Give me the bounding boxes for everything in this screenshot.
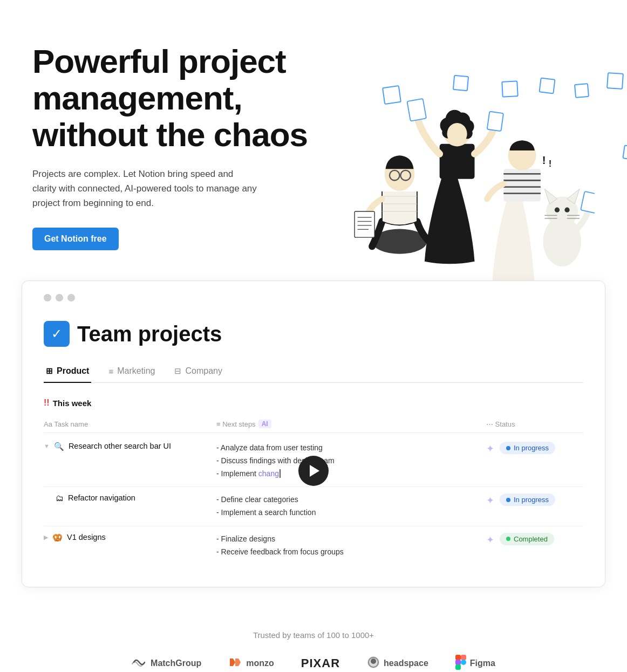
status-header-label: ⋯ Status — [486, 420, 515, 428]
headspace-icon — [367, 656, 380, 671]
svg-rect-14 — [407, 99, 426, 121]
play-button[interactable] — [298, 456, 329, 486]
col-status-header: ⋯ Status — [486, 420, 583, 428]
task-name-3: ▶ 🥨 V1 designs — [44, 533, 216, 543]
tab-marketing-label: Marketing — [117, 366, 155, 376]
tab-marketing[interactable]: ≡ Marketing — [106, 362, 157, 382]
taskname-header-label: Aa Task name — [44, 420, 88, 428]
pixar-label: PIXAR — [301, 656, 340, 670]
status-badge-1: In progress — [500, 442, 555, 454]
tab-product-label: Product — [57, 366, 89, 376]
col-nextsteps-header: ≡ Next steps AI — [216, 420, 486, 428]
svg-rect-8 — [355, 211, 374, 237]
svg-point-52 — [461, 660, 466, 665]
logo-monzo: monzo — [228, 656, 274, 670]
window-dot-yellow — [56, 294, 63, 301]
status-dot-2 — [506, 498, 510, 502]
col-taskname-header: Aa Task name — [44, 420, 216, 428]
ai-badge: AI — [258, 420, 271, 428]
float-square-6 — [606, 72, 624, 90]
svg-rect-51 — [455, 664, 461, 670]
warning-icon: !! — [44, 398, 50, 408]
cursor-1 — [280, 469, 283, 478]
svg-marker-44 — [235, 659, 241, 666]
headspace-label: headspace — [384, 659, 428, 668]
hero-title: Powerful project management, without the… — [32, 43, 335, 154]
status-badge-3: Completed — [500, 533, 554, 545]
ai-sparkle-1: ✦ — [486, 443, 494, 455]
hero-subtitle: Projects are complex. Let Notion bring s… — [32, 167, 259, 211]
task-name-2: 🗂 Refactor navigation — [44, 493, 216, 503]
section-label: This week — [53, 399, 92, 408]
expand-icon-1[interactable]: ▼ — [44, 443, 50, 449]
float-square-8 — [622, 145, 627, 160]
tab-company-icon: ⊟ — [174, 366, 181, 376]
status-label-3: Completed — [514, 535, 548, 543]
task-emoji-1: 🔍 — [54, 442, 64, 451]
logo-row: MatchGroup monzo PIXAR — [32, 655, 595, 672]
matchgroup-icon — [132, 656, 147, 670]
status-label-1: In progress — [514, 444, 549, 452]
task-status-1: ✦ In progress — [486, 442, 583, 455]
svg-rect-36 — [581, 191, 595, 213]
window-dot-red — [44, 294, 51, 301]
status-badge-2: In progress — [500, 493, 555, 506]
project-icon: ✓ — [44, 321, 70, 347]
svg-text:!: ! — [549, 159, 552, 169]
app-window: ✓ Team projects ⊞ Product ≡ Marketing ⊟ … — [22, 280, 605, 587]
status-dot-1 — [506, 446, 510, 450]
expand-icon-3[interactable]: ▶ — [44, 534, 48, 541]
tab-product-icon: ⊞ — [46, 366, 53, 376]
svg-rect-15 — [487, 112, 503, 132]
tabs-bar: ⊞ Product ≡ Marketing ⊟ Company — [44, 362, 583, 383]
task-emoji-3: 🥨 — [52, 533, 63, 543]
matchgroup-label: MatchGroup — [151, 659, 201, 668]
highlight-text-1: chang — [258, 469, 279, 478]
svg-rect-13 — [440, 144, 475, 179]
table-row: 🗂 Refactor navigation - Define clear cat… — [44, 487, 583, 526]
ai-sparkle-2: ✦ — [486, 495, 494, 506]
svg-point-46 — [371, 659, 376, 664]
svg-rect-49 — [461, 655, 466, 660]
svg-rect-50 — [455, 660, 461, 665]
cta-button[interactable]: Get Notion free — [32, 228, 119, 250]
logo-figma: Figma — [455, 655, 495, 672]
monzo-icon — [228, 656, 242, 670]
task-label-1: Research other search bar UI — [69, 442, 171, 450]
section-header: !! This week — [44, 398, 583, 408]
tab-marketing-icon: ≡ — [108, 367, 113, 376]
task-steps-2: - Define clear categories - Implement a … — [216, 493, 486, 519]
nextsteps-header-label: ≡ Next steps — [216, 420, 256, 428]
figma-icon — [455, 655, 466, 672]
monzo-label: monzo — [246, 659, 274, 668]
logo-matchgroup: MatchGroup — [132, 656, 201, 670]
logo-headspace: headspace — [367, 656, 428, 671]
task-label-3: V1 designs — [67, 533, 106, 541]
task-name-1: ▼ 🔍 Research other search bar UI — [44, 442, 216, 451]
trusted-section: Trusted by teams of 100 to 1000+ MatchGr… — [0, 609, 627, 672]
ai-sparkle-3: ✦ — [486, 534, 494, 546]
task-status-3: ✦ Completed — [486, 533, 583, 546]
status-dot-3 — [506, 537, 510, 541]
window-controls — [44, 294, 583, 301]
tab-product[interactable]: ⊞ Product — [44, 362, 91, 382]
svg-point-23 — [447, 123, 467, 145]
window-dot-green — [67, 294, 75, 301]
task-status-2: ✦ In progress — [486, 493, 583, 506]
project-title: Team projects — [77, 322, 222, 346]
svg-text:!: ! — [542, 154, 546, 166]
hero-section: Powerful project management, without the… — [0, 0, 627, 280]
status-label-2: In progress — [514, 496, 549, 504]
project-header: ✓ Team projects — [44, 321, 583, 347]
svg-marker-43 — [230, 659, 235, 666]
tab-company-label: Company — [185, 366, 222, 376]
task-label-2: Refactor navigation — [68, 493, 135, 502]
hero-characters-svg: ! ! — [335, 32, 595, 280]
tab-company[interactable]: ⊟ Company — [172, 362, 224, 382]
hero-text-block: Powerful project management, without the… — [32, 32, 335, 250]
svg-point-37 — [555, 208, 560, 212]
task-steps-3: - Finalize designs - Receive feedback fr… — [216, 533, 486, 559]
expand-icon-2 — [44, 495, 51, 501]
table-header-row: Aa Task name ≡ Next steps AI ⋯ Status — [44, 415, 583, 433]
svg-rect-48 — [455, 655, 461, 660]
